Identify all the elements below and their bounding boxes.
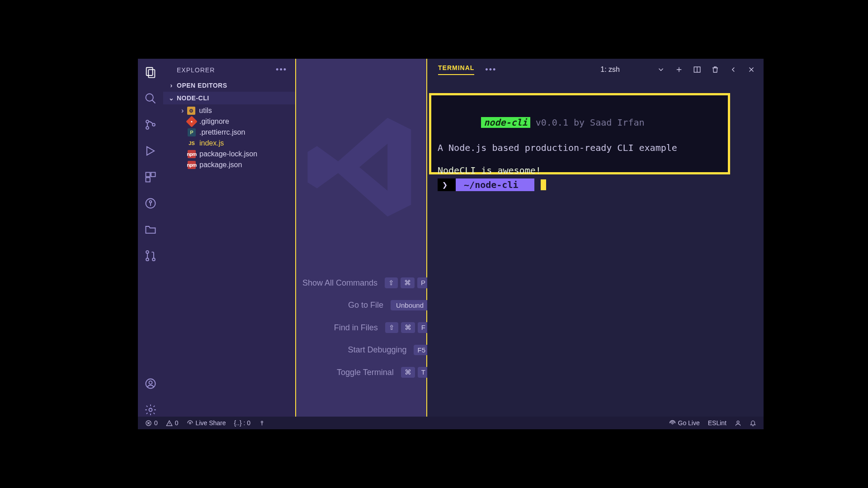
welcome-label: Find in Files bbox=[334, 323, 378, 333]
tab-terminal[interactable]: TERMINAL bbox=[438, 64, 474, 75]
terminal-panel: TERMINAL ••• 1: zsh node-cli v0.0.1 by S… bbox=[427, 59, 764, 417]
js-icon: JS bbox=[188, 139, 196, 147]
sidebar-more-icon[interactable]: ••• bbox=[276, 65, 287, 75]
npm-icon: npm bbox=[188, 150, 196, 158]
welcome-label: Show All Commands bbox=[302, 278, 377, 288]
split-terminal-icon[interactable] bbox=[693, 66, 701, 74]
status-prettier[interactable]: {..} : 0 bbox=[234, 419, 251, 427]
kbd-f5: F5 bbox=[414, 345, 429, 355]
svg-point-13 bbox=[152, 258, 155, 261]
gitlens-icon[interactable] bbox=[144, 197, 157, 210]
file-tree: › ⚙ utils .gitignore P .prettierrc.json … bbox=[163, 104, 295, 170]
welcome-find-in-files[interactable]: Find in Files ⇧ ⌘ F bbox=[334, 322, 429, 333]
welcome-show-all-commands[interactable]: Show All Commands ⇧ ⌘ P bbox=[302, 277, 429, 288]
prompt-path: ~/node-cli bbox=[456, 178, 534, 191]
svg-point-20 bbox=[261, 421, 263, 423]
tree-file-pkglock[interactable]: npm package-lock.json bbox=[163, 149, 295, 160]
cli-name-badge: node-cli bbox=[481, 117, 530, 128]
pull-request-icon[interactable] bbox=[144, 249, 157, 263]
welcome-toggle-terminal[interactable]: Toggle Terminal ⌘ T bbox=[337, 367, 429, 378]
cli-description: A Node.js based production-ready CLI exa… bbox=[438, 141, 722, 154]
account-icon[interactable] bbox=[144, 377, 157, 390]
file-label: index.js bbox=[199, 139, 224, 147]
sidebar-title: EXPLORER bbox=[177, 66, 215, 74]
new-terminal-icon[interactable] bbox=[675, 66, 683, 74]
svg-rect-8 bbox=[146, 178, 150, 182]
open-editors-label: OPEN EDITORS bbox=[177, 82, 227, 89]
tree-file-gitignore[interactable]: .gitignore bbox=[163, 116, 295, 127]
kbd-unbound: Unbound bbox=[391, 300, 429, 310]
kbd-shift: ⇧ bbox=[385, 322, 398, 333]
npm-icon: npm bbox=[188, 161, 196, 169]
terminal-shell-selector[interactable]: 1: zsh bbox=[600, 66, 620, 74]
chevron-right-icon: › bbox=[181, 107, 184, 115]
explorer-sidebar: EXPLORER ••• › OPEN EDITORS ⌄ NODE-CLI ›… bbox=[163, 59, 295, 417]
vscode-watermark bbox=[296, 90, 427, 244]
status-liveshare[interactable]: Live Share bbox=[187, 419, 226, 427]
folder-label: utils bbox=[199, 107, 212, 115]
status-errors[interactable]: 0 bbox=[145, 419, 158, 427]
svg-point-19 bbox=[189, 422, 191, 424]
project-label: NODE-CLI bbox=[177, 94, 209, 102]
status-eslint[interactable]: ESLint bbox=[708, 419, 726, 427]
git-icon bbox=[186, 116, 197, 127]
search-icon[interactable] bbox=[144, 92, 157, 105]
panel-more-icon[interactable]: ••• bbox=[485, 65, 496, 75]
svg-point-16 bbox=[149, 408, 152, 412]
kbd-cmd: ⌘ bbox=[401, 322, 415, 333]
file-label: .prettierrc.json bbox=[199, 128, 245, 136]
editor-welcome: Show All Commands ⇧ ⌘ P Go to File Unbou… bbox=[295, 59, 427, 417]
close-panel-icon[interactable] bbox=[747, 66, 755, 74]
folder-icon[interactable] bbox=[144, 223, 157, 236]
file-label: .gitignore bbox=[199, 117, 229, 126]
source-control-icon[interactable] bbox=[144, 118, 157, 131]
activity-bar bbox=[138, 59, 163, 417]
prettier-icon: P bbox=[188, 128, 196, 136]
svg-rect-6 bbox=[146, 173, 150, 177]
tree-file-pkg[interactable]: npm package.json bbox=[163, 160, 295, 170]
status-warnings[interactable]: 0 bbox=[166, 419, 179, 427]
explorer-icon[interactable] bbox=[144, 66, 157, 79]
svg-point-5 bbox=[152, 123, 155, 126]
status-golive[interactable]: Go Live bbox=[669, 419, 700, 427]
welcome-label: Start Debugging bbox=[348, 345, 406, 355]
status-bell-icon[interactable] bbox=[750, 420, 756, 427]
status-port-icon[interactable] bbox=[259, 420, 265, 427]
project-section[interactable]: ⌄ NODE-CLI bbox=[163, 92, 295, 104]
kbd-shift: ⇧ bbox=[385, 277, 398, 288]
run-debug-icon[interactable] bbox=[144, 144, 157, 158]
tree-folder-utils[interactable]: › ⚙ utils bbox=[163, 105, 295, 116]
chevron-left-icon[interactable] bbox=[729, 66, 737, 74]
status-feedback-icon[interactable] bbox=[735, 420, 741, 427]
extensions-icon[interactable] bbox=[144, 170, 157, 184]
tree-file-prettierrc[interactable]: P .prettierrc.json bbox=[163, 127, 295, 138]
svg-rect-0 bbox=[146, 68, 153, 76]
welcome-label: Go to File bbox=[348, 300, 383, 310]
svg-rect-1 bbox=[148, 70, 155, 78]
folder-icon: ⚙ bbox=[187, 107, 195, 115]
chevron-down-icon[interactable] bbox=[657, 66, 665, 74]
terminal-prompt[interactable]: ❯ ~/node-cli bbox=[438, 178, 722, 191]
cli-byline: by Saad Irfan bbox=[574, 117, 645, 128]
tree-file-indexjs[interactable]: JS index.js bbox=[163, 138, 295, 149]
svg-point-10 bbox=[150, 201, 152, 203]
svg-point-12 bbox=[146, 258, 149, 261]
kill-terminal-icon[interactable] bbox=[711, 66, 719, 74]
welcome-go-to-file[interactable]: Go to File Unbound bbox=[348, 300, 429, 310]
svg-rect-7 bbox=[151, 173, 155, 177]
prompt-arrow: ❯ bbox=[438, 178, 456, 191]
terminal-output-highlight: node-cli v0.0.1 by Saad Irfan A Node.js … bbox=[429, 93, 730, 174]
chevron-right-icon: › bbox=[169, 82, 174, 89]
welcome-label: Toggle Terminal bbox=[337, 368, 394, 377]
cli-version: v0.0.1 bbox=[530, 117, 574, 128]
welcome-start-debugging[interactable]: Start Debugging F5 bbox=[348, 345, 429, 355]
chevron-down-icon: ⌄ bbox=[169, 94, 174, 102]
cli-message: NodeCLI is awesome! bbox=[438, 164, 722, 177]
settings-gear-icon[interactable] bbox=[144, 403, 157, 417]
open-editors-section[interactable]: › OPEN EDITORS bbox=[163, 79, 295, 92]
status-bar: 0 0 Live Share {..} : 0 Go Live ESLint bbox=[138, 417, 764, 429]
svg-point-15 bbox=[149, 381, 152, 384]
svg-point-11 bbox=[146, 251, 149, 253]
terminal-cursor bbox=[541, 179, 546, 190]
file-label: package.json bbox=[199, 161, 242, 169]
